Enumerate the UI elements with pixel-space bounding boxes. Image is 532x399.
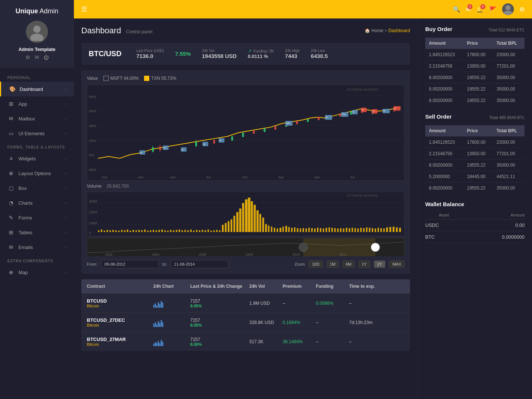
sidebar-item-layout-options[interactable]: ⊕ Layout Options › bbox=[0, 166, 74, 181]
zoom-2y[interactable]: 2Y bbox=[374, 260, 385, 268]
topbar-avatar[interactable] bbox=[502, 3, 514, 15]
svg-rect-130 bbox=[239, 208, 241, 232]
svg-rect-159 bbox=[323, 228, 324, 232]
chart-legend: Value MSFT 44.00% TXN 55.73% bbox=[87, 76, 405, 81]
sidebar-item-emails[interactable]: ✉ Emails › bbox=[0, 240, 74, 255]
settings-icon[interactable]: ⚙ bbox=[25, 54, 30, 60]
low-label: 24h Low bbox=[311, 49, 328, 53]
buy-price-0: 17800.00 bbox=[463, 49, 493, 61]
price-val-0: 7157 bbox=[190, 299, 249, 304]
svg-rect-128 bbox=[233, 216, 235, 232]
svg-rect-165 bbox=[340, 228, 341, 232]
table-row: BTCUSD Bitcoin 7157 8.05% bbox=[81, 293, 410, 313]
flag-icon[interactable]: 🚩 bbox=[489, 6, 497, 13]
sidebar-item-dashboard[interactable]: 🎨 Dashboard › bbox=[0, 82, 74, 96]
power-icon[interactable]: ⏻ bbox=[44, 54, 49, 60]
svg-rect-182 bbox=[389, 227, 391, 232]
svg-rect-142 bbox=[274, 228, 275, 232]
settings-topbar-icon[interactable]: ⚙ bbox=[519, 6, 525, 13]
low-value: 6430.5 bbox=[311, 53, 328, 59]
svg-rect-107 bbox=[173, 230, 174, 232]
zoom-1y[interactable]: 1Y bbox=[358, 260, 370, 268]
svg-rect-160 bbox=[325, 228, 327, 232]
sidebar-item-widgets[interactable]: ≡ Widgets › bbox=[0, 151, 74, 166]
sell-order-total: Total 485 8549 BTL bbox=[490, 115, 525, 120]
chart-scroll[interactable]: 2002 2004 2006 2008 2010 2012 bbox=[87, 238, 405, 256]
sidebar-item-charts[interactable]: ◔ Charts › bbox=[0, 195, 74, 210]
to-date-input[interactable] bbox=[171, 260, 228, 268]
sidebar-item-forms[interactable]: ✎ Forms › bbox=[0, 210, 74, 225]
btc-info-bar: BTC/USD Last Price (USD) 7136.0 7.55% 24… bbox=[81, 43, 410, 65]
sidebar-item-app[interactable]: ⊞ App › bbox=[0, 96, 74, 111]
svg-text:Jul: Jul bbox=[206, 175, 211, 179]
nav-section-extra: EXTRA COMPONENTS bbox=[0, 255, 74, 265]
contract-sub-text-2: Bitcoin bbox=[87, 342, 153, 347]
volume-label-row: Volume 28,942,700 bbox=[87, 183, 405, 190]
svg-rect-85 bbox=[109, 230, 111, 232]
from-date-input[interactable] bbox=[101, 260, 159, 268]
svg-text:JS chart by amCharts: JS chart by amCharts bbox=[347, 88, 378, 91]
chevron-right-icon-widgets: › bbox=[65, 157, 66, 161]
sell-price-4: 19555.22 bbox=[463, 183, 493, 194]
svg-rect-153 bbox=[306, 228, 307, 232]
sell-order-row-2: 8.00200000 19555.22 35000.00 bbox=[425, 160, 525, 171]
sidebar-item-map[interactable]: ⊕ Map › bbox=[0, 265, 74, 280]
chevron-right-icon-emails: › bbox=[65, 245, 66, 249]
zoom-1m[interactable]: 1M bbox=[327, 260, 339, 268]
legend-msft: MSFT 44.00% bbox=[103, 76, 139, 81]
search-icon[interactable]: 🔍 bbox=[453, 6, 460, 13]
svg-text:20%: 20% bbox=[89, 139, 96, 143]
table-row: BTCUSD_27MAR Bitcoin 7157 8.0 bbox=[81, 332, 410, 351]
menu-toggle-icon[interactable]: ☰ bbox=[81, 5, 87, 13]
funding-1: – bbox=[316, 320, 349, 325]
nav-section-forms: FORMS, TABLE & LAYOUTS bbox=[0, 141, 74, 151]
zoom-10d[interactable]: 10D bbox=[308, 260, 323, 268]
breadcrumb-home[interactable]: Home bbox=[372, 28, 383, 33]
svg-text:D: D bbox=[394, 107, 396, 110]
email-topbar-icon[interactable]: ✉ 3 bbox=[466, 6, 471, 13]
sidebar-action-icons: ⚙ ✉ ⏻ bbox=[25, 54, 49, 60]
svg-rect-39 bbox=[318, 117, 320, 120]
svg-text:Jan: Jan bbox=[278, 175, 284, 179]
col-last-price: Last Price & 24h Change bbox=[190, 284, 249, 289]
sidebar-item-mailbox[interactable]: ✉ Mailbox › bbox=[0, 111, 74, 126]
sidebar-item-ui-elements[interactable]: ▭ UI Elements › bbox=[0, 126, 74, 141]
svg-rect-179 bbox=[381, 228, 382, 232]
sidebar-item-box[interactable]: ▢ Box › bbox=[0, 181, 74, 195]
svg-point-2 bbox=[505, 5, 511, 10]
funding-value: 0.0111 % bbox=[248, 54, 274, 59]
svg-rect-164 bbox=[337, 228, 339, 232]
sidebar-item-label-map: Map bbox=[18, 270, 65, 275]
sidebar-item-tables[interactable]: ⊞ Tables › bbox=[0, 225, 74, 240]
svg-rect-178 bbox=[378, 228, 379, 232]
volume-chart-svg: 300M 200M 100M 0 bbox=[87, 192, 404, 236]
buy-price-2: 19555.22 bbox=[463, 72, 493, 83]
buy-amount-1: 2.21548756 bbox=[425, 61, 463, 72]
table-row: BTCUSD_27DEC Bitcoin 7157 8.0 bbox=[81, 313, 410, 332]
avatar[interactable] bbox=[26, 21, 48, 43]
svg-rect-184 bbox=[396, 227, 398, 232]
bell-badge: 5 bbox=[480, 4, 485, 9]
buy-order-table: Amount Price Total BPL 1.845126523 17800… bbox=[425, 38, 525, 106]
svg-rect-149 bbox=[294, 227, 296, 232]
svg-rect-185 bbox=[399, 228, 401, 232]
price-change-0: 7157 8.05% bbox=[190, 299, 249, 308]
buy-order-row-0: 1.845126523 17800.00 23000.00 bbox=[425, 49, 525, 61]
zoom-6m[interactable]: 6M bbox=[342, 260, 355, 268]
svg-rect-151 bbox=[300, 228, 301, 232]
sidebar-item-label-emails: Emails bbox=[18, 245, 65, 250]
legend-txn-label: TXN 55.73% bbox=[151, 76, 176, 81]
svg-text:Oct: Oct bbox=[242, 175, 248, 179]
legend-txn-box bbox=[144, 76, 149, 81]
forms-icon: ✎ bbox=[7, 214, 15, 221]
tables-icon: ⊞ bbox=[7, 229, 15, 236]
sell-amount-2: 8.00200000 bbox=[425, 160, 463, 171]
email-icon[interactable]: ✉ bbox=[35, 54, 39, 60]
sell-amount-1: 2.21548756 bbox=[425, 148, 463, 160]
zoom-max[interactable]: MAX bbox=[389, 260, 405, 268]
sidebar-item-label-dashboard: Dashboard bbox=[20, 86, 65, 92]
contract-name-1: BTCUSD_27DEC Bitcoin bbox=[87, 317, 153, 327]
bell-icon[interactable]: 🔔 5 bbox=[476, 6, 484, 13]
svg-rect-124 bbox=[222, 225, 224, 232]
chevron-right-icon-tables: › bbox=[65, 231, 66, 235]
